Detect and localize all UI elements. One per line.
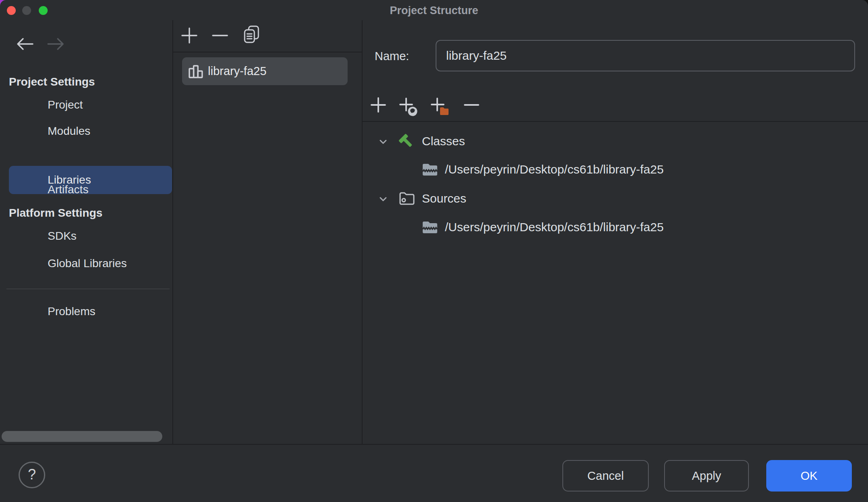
add-from-maven-button[interactable] xyxy=(398,96,419,117)
minus-icon xyxy=(462,109,481,116)
remove-library-button[interactable] xyxy=(210,26,231,47)
remove-root-button[interactable] xyxy=(462,95,483,116)
libraries-list-panel: library-fa25 xyxy=(173,20,362,444)
plus-icon xyxy=(180,40,199,46)
minus-icon xyxy=(210,40,230,46)
sources-folder-icon xyxy=(399,191,415,207)
tree-node-classes[interactable]: Classes xyxy=(363,128,868,155)
tree-leaf-sources-path[interactable]: /Users/peyrin/Desktop/cs61b/library-fa25 xyxy=(363,213,868,241)
plus-icon xyxy=(369,109,388,116)
jar-archive-icon xyxy=(422,162,438,178)
settings-sidebar: Project Settings Project Modules Librari… xyxy=(0,20,172,444)
dialog-footer: ? Cancel Apply OK xyxy=(0,445,868,502)
library-list-item-selected[interactable]: library-fa25 xyxy=(182,57,348,85)
tree-leaf-path: /Users/peyrin/Desktop/cs61b/library-fa25 xyxy=(445,213,664,241)
library-icon xyxy=(188,63,204,79)
plus-folder-icon xyxy=(429,111,450,118)
dialog-window: Project Structure Project Settings Proje… xyxy=(0,0,868,502)
add-library-button[interactable] xyxy=(180,26,201,47)
apply-button[interactable]: Apply xyxy=(664,460,749,492)
title-bar: Project Structure xyxy=(0,0,868,20)
add-jar-directory-button[interactable] xyxy=(429,96,450,117)
help-button[interactable]: ? xyxy=(19,462,45,488)
ok-button[interactable]: OK xyxy=(766,460,852,492)
chevron-down-icon[interactable] xyxy=(377,136,389,149)
tree-leaf-classes-path[interactable]: /Users/peyrin/Desktop/cs61b/library-fa25 xyxy=(363,156,868,183)
window-title: Project Structure xyxy=(0,0,868,20)
name-label: Name: xyxy=(375,42,409,70)
plus-globe-icon xyxy=(398,111,419,118)
cancel-button[interactable]: Cancel xyxy=(562,460,649,492)
tree-node-sources[interactable]: Sources xyxy=(363,185,868,212)
tree-node-label: Sources xyxy=(422,185,466,212)
back-arrow-icon xyxy=(15,47,36,54)
chevron-down-icon[interactable] xyxy=(377,193,389,207)
sidebar-horizontal-scrollbar[interactable] xyxy=(2,431,162,442)
jar-archive-icon xyxy=(422,220,438,236)
sidebar-separator xyxy=(6,289,170,289)
library-list-item-label: library-fa25 xyxy=(208,57,266,85)
copy-library-button[interactable] xyxy=(242,25,263,46)
library-name-input[interactable] xyxy=(436,40,855,71)
forward-button[interactable] xyxy=(45,36,66,52)
forward-arrow-icon xyxy=(45,47,66,54)
project-structure-dialog: Project Structure Project Settings Proje… xyxy=(0,0,868,502)
library-editor-panel: Name: xyxy=(363,20,868,444)
tree-leaf-path: /Users/peyrin/Desktop/cs61b/library-fa25 xyxy=(445,156,664,183)
copy-icon xyxy=(242,39,261,46)
add-root-button[interactable] xyxy=(369,95,390,116)
back-button[interactable] xyxy=(15,36,36,52)
hammer-icon xyxy=(397,132,416,153)
tree-node-label: Classes xyxy=(422,128,465,155)
